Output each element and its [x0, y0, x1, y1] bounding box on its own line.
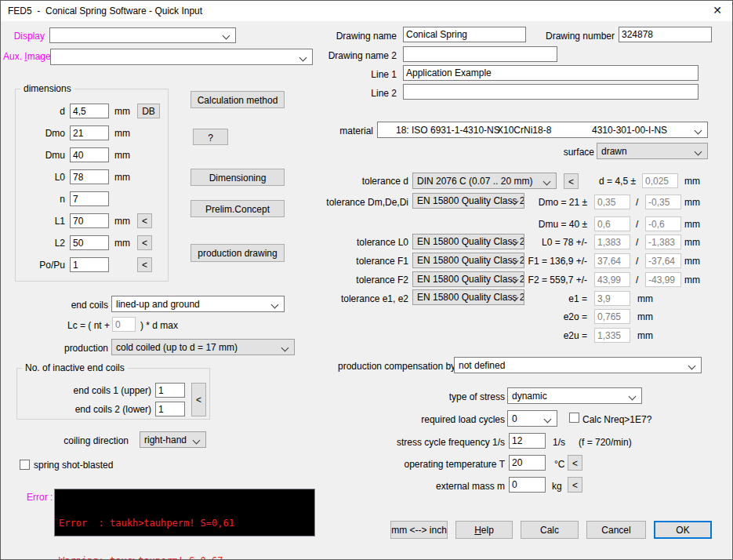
- production-drawing-button[interactable]: production drawing: [191, 244, 285, 262]
- coiling-direction-combobox[interactable]: right-hand: [140, 431, 206, 448]
- drawing-name2-label: Drawing name 2: [326, 50, 397, 61]
- tolerance-d-eq: d = 4,5 ±: [550, 176, 636, 187]
- ok-button[interactable]: OK: [654, 521, 712, 539]
- close-icon[interactable]: ✕: [707, 4, 728, 19]
- slash: /: [636, 256, 638, 267]
- tolerance-e1e2-combobox[interactable]: EN 15800 Quality Class 2: [412, 289, 524, 305]
- compensation-combobox[interactable]: not defined: [454, 357, 702, 373]
- dim-l2-arrow-button[interactable]: <: [137, 235, 152, 250]
- aux-image-combobox[interactable]: [50, 49, 313, 65]
- mass-input[interactable]: [509, 477, 546, 493]
- dim-l0-unit: mm: [114, 172, 130, 183]
- dim-n-input[interactable]: [70, 191, 109, 206]
- tolerance-f1-unit: mm: [684, 256, 700, 267]
- db-button[interactable]: DB: [137, 104, 160, 118]
- chevron-down-icon: [544, 416, 552, 424]
- dim-l0-label: L0: [16, 172, 65, 183]
- slash: /: [636, 197, 638, 208]
- line2-label: Line 2: [350, 88, 397, 99]
- slash: /: [636, 275, 638, 285]
- line2-input[interactable]: [403, 84, 699, 100]
- dim-l1-arrow-button[interactable]: <: [137, 213, 152, 228]
- drawing-name-input[interactable]: [403, 27, 526, 42]
- mass-arrow-button[interactable]: <: [568, 477, 582, 493]
- dim-d-unit: mm: [114, 106, 130, 117]
- display-combobox[interactable]: [49, 27, 236, 43]
- chevron-down-icon: [688, 362, 696, 370]
- lc-input: [112, 317, 136, 332]
- inactive-coils-arrow-button[interactable]: <: [191, 383, 206, 416]
- tolerance-l0-minus: [645, 235, 681, 249]
- load-cycles-combobox[interactable]: 0: [507, 410, 557, 427]
- line1-input[interactable]: [403, 65, 699, 81]
- frequency-note: (f = 720/min): [579, 437, 632, 448]
- dimensions-legend: dimensions: [20, 83, 74, 94]
- slash: /: [636, 219, 638, 230]
- coiling-direction-label: coiling direction: [50, 435, 129, 446]
- type-of-stress-label: type of stress: [393, 391, 505, 402]
- surface-combobox[interactable]: drawn: [597, 143, 708, 159]
- dim-l1-label: L1: [16, 216, 65, 227]
- load-cycles-label: required load cycles: [377, 414, 505, 425]
- error-line-2: Warning: tauc>tauperm! S=0,67: [59, 555, 310, 560]
- dimensioning-button[interactable]: Dimensioning: [191, 169, 285, 186]
- end-coils-combobox[interactable]: lined-up and ground: [111, 296, 285, 312]
- frequency-input[interactable]: [509, 433, 546, 449]
- tolerance-dmo-plus: [594, 195, 630, 209]
- inactive-coils-legend: No. of inactive end coils: [22, 362, 128, 373]
- dim-dmu-input[interactable]: [70, 147, 109, 162]
- tolerance-dmo-minus: [645, 195, 681, 209]
- type-of-stress-combobox[interactable]: dynamic: [507, 387, 642, 404]
- surface-label: surface: [542, 147, 594, 158]
- calculation-method-button[interactable]: Calculation method: [191, 91, 285, 108]
- shot-blasted-checkbox[interactable]: [20, 460, 30, 470]
- calc-nreq-checkbox[interactable]: [569, 413, 579, 423]
- tolerance-e1-unit: mm: [637, 293, 653, 304]
- dim-d-label: d: [16, 106, 65, 117]
- drawing-name2-input[interactable]: [403, 46, 557, 62]
- tolerance-e2u-unit: mm: [637, 330, 653, 341]
- end-coils-label: end coils: [48, 300, 108, 311]
- tolerance-dmu-eq: Dmu = 40 ±: [483, 219, 587, 230]
- chevron-down-icon: [629, 393, 637, 401]
- mass-unit: kg: [552, 481, 562, 492]
- title-bar: FED5 - Conical Spring Software - Quick I…: [1, 1, 732, 21]
- dim-dmo-input[interactable]: [70, 125, 109, 140]
- cancel-button[interactable]: Cancel: [586, 521, 646, 539]
- drawing-number-input[interactable]: [619, 27, 712, 42]
- compensation-label: production compensation by: [338, 361, 450, 372]
- dim-popu-arrow-button[interactable]: <: [137, 257, 152, 272]
- dim-dmu-unit: mm: [114, 150, 130, 161]
- error-line-1: Error : taukh>tauhperm! S=0,61: [59, 517, 310, 529]
- tolerance-d-combobox[interactable]: DIN 2076 C (0.07 .. 20 mm): [412, 173, 557, 189]
- material-combobox[interactable]: 18: ISO 6931-1-4310-NS X10CrNi18-8 4310-…: [377, 122, 708, 138]
- dim-l2-unit: mm: [114, 238, 130, 249]
- frequency-label: stress cycle frequency 1/s: [377, 437, 505, 448]
- dim-d-input[interactable]: [70, 104, 109, 118]
- chevron-down-icon: [193, 437, 201, 445]
- dim-l2-input[interactable]: [70, 235, 109, 250]
- dim-l0-input[interactable]: [70, 169, 109, 184]
- mm-inch-button[interactable]: mm <--> inch: [390, 521, 448, 539]
- display-label: Display: [9, 31, 45, 42]
- production-combobox[interactable]: cold coiled (up to d = 17 mm): [111, 339, 295, 355]
- tolerance-f1-label: tolerance F1: [283, 256, 408, 267]
- temperature-label: operating temperature T: [377, 459, 505, 470]
- help-button[interactable]: Help: [455, 521, 513, 539]
- question-button[interactable]: ?: [193, 129, 228, 145]
- tolerance-dmo-unit: mm: [684, 197, 700, 208]
- temperature-arrow-button[interactable]: <: [568, 455, 582, 471]
- prelim-concept-button[interactable]: Prelim.Concept: [191, 200, 285, 217]
- end-coils1-input[interactable]: [155, 383, 185, 398]
- window-title: FED5 - Conical Spring Software - Quick I…: [8, 5, 202, 16]
- frequency-unit: 1/s: [553, 437, 565, 448]
- dim-l1-input[interactable]: [70, 213, 109, 228]
- tolerance-dmu-minus: [645, 216, 681, 231]
- chevron-down-icon: [271, 301, 279, 309]
- dim-popu-input[interactable]: [70, 257, 109, 272]
- end-coils2-input[interactable]: [155, 402, 185, 416]
- calc-button[interactable]: Calc: [521, 521, 579, 539]
- tolerance-f1-plus: [594, 253, 630, 268]
- tolerance-d-unit: mm: [684, 176, 700, 187]
- temperature-input[interactable]: [509, 455, 546, 471]
